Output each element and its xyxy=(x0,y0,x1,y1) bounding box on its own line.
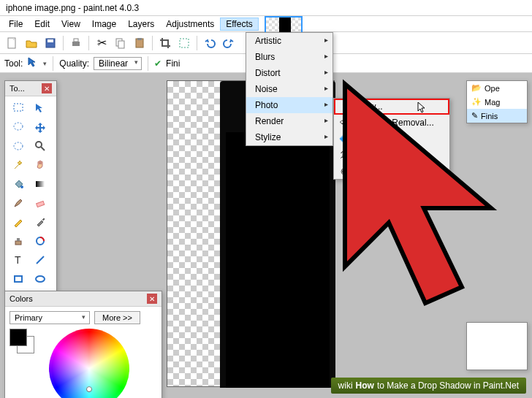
tool-label: Tool: xyxy=(4,58,23,69)
svg-rect-23 xyxy=(15,276,22,282)
submenu-redeye[interactable]: 👁 Red Eye Removal... xyxy=(334,115,449,131)
open-button[interactable] xyxy=(23,35,39,51)
svg-rect-6 xyxy=(118,41,124,48)
history-item[interactable]: 📂Ope xyxy=(467,81,527,95)
cut-button[interactable]: ✂ xyxy=(94,35,110,51)
menu-image[interactable]: Image xyxy=(86,18,122,31)
wikihow-banner: wikiHow to Make a Drop Shadow in Paint.N… xyxy=(331,378,526,394)
undo-button[interactable] xyxy=(202,35,218,51)
line-tool[interactable] xyxy=(30,251,50,269)
recolor-tool[interactable] xyxy=(30,232,50,250)
menu-adjustments[interactable]: Adjustments xyxy=(160,18,220,31)
finish-label: Fini xyxy=(166,58,180,69)
eye-icon: 👁 xyxy=(338,118,350,128)
effects-distort[interactable]: Distort xyxy=(246,65,332,81)
svg-rect-18 xyxy=(15,241,21,245)
svg-line-14 xyxy=(41,147,45,150)
sharpen-icon: 🔷 xyxy=(338,134,350,144)
effects-stylize[interactable]: Stylize xyxy=(246,129,332,145)
picker-tool[interactable] xyxy=(30,213,50,231)
svg-rect-4 xyxy=(74,39,78,42)
history-item[interactable]: ✎Finis xyxy=(467,109,527,123)
vignette-icon: ◉ xyxy=(338,166,350,176)
new-button[interactable] xyxy=(4,35,20,51)
print-button[interactable] xyxy=(68,35,84,51)
copy-button[interactable] xyxy=(113,35,129,51)
svg-rect-17 xyxy=(37,201,45,207)
submenu-soften[interactable]: 🌫 Soften Portrait... xyxy=(334,147,449,163)
pencil-tool[interactable] xyxy=(8,213,28,231)
quality-label: Quality: xyxy=(59,58,89,69)
text-tool[interactable]: T xyxy=(8,251,28,269)
photo-submenu: 💡 Glow... 👁 Red Eye Removal... 🔷 Sharpen… xyxy=(333,98,450,180)
shape-tool[interactable] xyxy=(30,270,50,288)
menu-file[interactable]: File xyxy=(3,18,28,31)
svg-rect-2 xyxy=(48,39,53,42)
move-selection-tool[interactable] xyxy=(30,118,50,136)
svg-rect-9 xyxy=(180,39,189,47)
svg-text:T: T xyxy=(15,254,21,266)
menu-edit[interactable]: Edit xyxy=(28,18,56,31)
check-icon: ✎ xyxy=(471,111,478,120)
svg-point-13 xyxy=(36,142,42,148)
paste-button[interactable] xyxy=(132,35,148,51)
svg-rect-19 xyxy=(17,238,20,241)
brush-tool[interactable] xyxy=(8,194,28,212)
clone-tool[interactable] xyxy=(8,232,28,250)
colors-panel-title: Colors xyxy=(10,294,33,303)
layers-panel[interactable] xyxy=(466,322,528,370)
redo-button[interactable] xyxy=(221,35,237,51)
lasso-tool[interactable] xyxy=(8,118,28,136)
fill-tool[interactable] xyxy=(8,175,28,193)
rect-select-tool[interactable] xyxy=(8,99,28,117)
menu-effects[interactable]: Effects xyxy=(220,18,258,31)
title-text: iphone image.png - paint.net 4.0.3 xyxy=(6,3,139,13)
wand-tool[interactable] xyxy=(8,156,28,174)
menu-view[interactable]: View xyxy=(56,18,86,31)
effects-artistic[interactable]: Artistic xyxy=(246,33,332,49)
quality-select[interactable]: Bilinear xyxy=(94,57,142,70)
color-swatches[interactable] xyxy=(10,329,39,353)
colors-panel: Colors ✕ Primary More >> xyxy=(4,291,162,398)
eraser-tool[interactable] xyxy=(30,194,50,212)
zoom-tool[interactable] xyxy=(30,137,50,155)
svg-rect-16 xyxy=(36,181,45,187)
svg-point-24 xyxy=(36,276,45,282)
menu-layers[interactable]: Layers xyxy=(122,18,160,31)
history-item[interactable]: ✨Mag xyxy=(467,95,527,109)
submenu-sharpen[interactable]: 🔷 Sharpen... xyxy=(334,131,449,147)
svg-point-11 xyxy=(14,123,23,130)
close-icon[interactable]: ✕ xyxy=(42,83,52,93)
more-button[interactable]: More >> xyxy=(94,311,140,324)
color-wheel[interactable] xyxy=(49,329,129,398)
finish-check-icon[interactable]: ✔ xyxy=(154,58,162,69)
move-icon[interactable] xyxy=(27,56,39,70)
move-tool[interactable] xyxy=(30,99,50,117)
submenu-glow[interactable]: 💡 Glow... xyxy=(334,99,449,115)
window-titlebar: iphone image.png - paint.net 4.0.3 xyxy=(0,0,532,16)
effects-render[interactable]: Render xyxy=(246,113,332,129)
svg-line-22 xyxy=(37,256,44,264)
bulb-icon: 💡 xyxy=(340,102,352,112)
effects-blurs[interactable]: Blurs xyxy=(246,49,332,65)
history-panel: 📂Ope ✨Mag ✎Finis xyxy=(466,80,528,123)
svg-point-12 xyxy=(14,142,23,150)
soften-icon: 🌫 xyxy=(338,150,350,160)
color-mode-select[interactable]: Primary xyxy=(10,311,90,324)
rect-tool[interactable] xyxy=(8,270,28,288)
effects-noise[interactable]: Noise xyxy=(246,81,332,97)
folder-icon: 📂 xyxy=(471,83,482,93)
wand-icon: ✨ xyxy=(471,97,482,107)
submenu-vignette[interactable]: ◉ Vignette... xyxy=(334,163,449,179)
ellipse-select-tool[interactable] xyxy=(8,137,28,155)
crop-button[interactable] xyxy=(157,35,173,51)
svg-rect-10 xyxy=(14,104,23,111)
deselect-button[interactable] xyxy=(176,35,192,51)
pan-tool[interactable] xyxy=(30,156,50,174)
gradient-tool[interactable] xyxy=(30,175,50,193)
close-icon[interactable]: ✕ xyxy=(147,294,157,304)
tools-panel: To... ✕ T xyxy=(4,80,57,291)
effects-photo[interactable]: Photo xyxy=(246,97,332,113)
effects-dropdown: Artistic Blurs Distort Noise Photo Rende… xyxy=(246,32,333,146)
save-button[interactable] xyxy=(42,35,58,51)
